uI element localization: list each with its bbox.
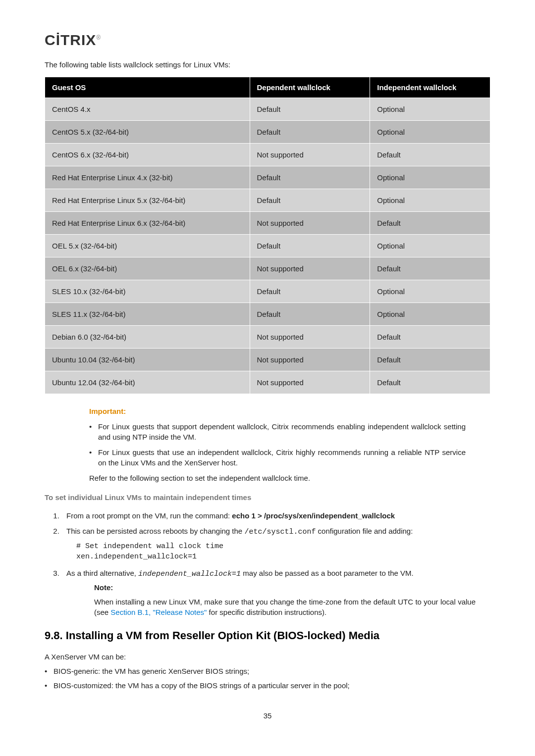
note-block: Note: When installing a new Linux VM, ma… <box>66 582 490 617</box>
step-3-param: independent_wallclock=1 <box>138 570 241 578</box>
cell-ind: Optional <box>370 98 490 121</box>
cell-os: Red Hat Enterprise Linux 5.x (32-/64-bit… <box>45 189 250 212</box>
cell-ind: Default <box>370 326 490 349</box>
important-item: For Linux guests that use an independent… <box>89 447 466 468</box>
cell-dep: Not supported <box>250 371 370 394</box>
steps-list: From a root prompt on the VM, run the co… <box>45 510 490 617</box>
step-2: This can be persisted across reboots by … <box>61 526 490 562</box>
cell-os: SLES 11.x (32-/64-bit) <box>45 303 250 326</box>
cell-dep: Not supported <box>250 144 370 166</box>
cell-os: SLES 10.x (32-/64-bit) <box>45 280 250 303</box>
note-post: for specific distribution instructions). <box>207 608 326 616</box>
step-2-file: /etc/sysctl.conf <box>244 528 316 536</box>
body-list: BIOS-generic: the VM has generic XenServ… <box>45 666 490 691</box>
table-row: SLES 11.x (32-/64-bit)DefaultOptional <box>45 303 490 326</box>
step-2-code: # Set independent wall clock time xen.in… <box>76 541 490 562</box>
th-guest-os: Guest OS <box>45 77 250 98</box>
cell-os: Red Hat Enterprise Linux 6.x (32-/64-bit… <box>45 212 250 235</box>
cell-ind: Optional <box>370 303 490 326</box>
cell-os: Debian 6.0 (32-/64-bit) <box>45 326 250 349</box>
table-row: CentOS 5.x (32-/64-bit)DefaultOptional <box>45 121 490 144</box>
body-item: BIOS-generic: the VM has generic XenServ… <box>45 666 490 676</box>
table-row: Ubuntu 10.04 (32-/64-bit)Not supportedDe… <box>45 349 490 371</box>
cell-dep: Default <box>250 235 370 257</box>
important-block: Important: For Linux guests that support… <box>45 406 490 483</box>
cell-ind: Default <box>370 144 490 166</box>
step-2-post: configuration file and adding: <box>316 527 413 535</box>
section-title: 9.8. Installing a VM from Reseller Optio… <box>45 628 490 644</box>
cell-os: Ubuntu 10.04 (32-/64-bit) <box>45 349 250 371</box>
cell-os: CentOS 4.x <box>45 98 250 121</box>
step-1-cmd: echo 1 > /proc/sys/xen/independent_wallc… <box>232 511 395 520</box>
table-row: CentOS 4.xDefaultOptional <box>45 98 490 121</box>
step-3: As a third alternative, independent_wall… <box>61 568 490 617</box>
note-link[interactable]: Section B.1, "Release Notes" <box>110 608 207 616</box>
cell-os: OEL 6.x (32-/64-bit) <box>45 257 250 280</box>
table-row: Red Hat Enterprise Linux 4.x (32-bit)Def… <box>45 166 490 189</box>
body-item: BIOS-customized: the VM has a copy of th… <box>45 680 490 691</box>
cell-ind: Default <box>370 349 490 371</box>
cell-ind: Default <box>370 212 490 235</box>
table-row: Debian 6.0 (32-/64-bit)Not supportedDefa… <box>45 326 490 349</box>
page-number: 35 <box>45 710 490 721</box>
wallclock-table: Guest OS Dependent wallclock Independent… <box>45 77 490 394</box>
subheading: To set individual Linux VMs to maintain … <box>45 492 490 503</box>
cell-dep: Default <box>250 98 370 121</box>
table-row: SLES 10.x (32-/64-bit)DefaultOptional <box>45 280 490 303</box>
cell-os: Red Hat Enterprise Linux 4.x (32-bit) <box>45 166 250 189</box>
cell-dep: Default <box>250 189 370 212</box>
body-intro: A XenServer VM can be: <box>45 652 490 662</box>
logo: CİTRIX® <box>45 30 490 50</box>
cell-ind: Optional <box>370 280 490 303</box>
important-item: For Linux guests that support dependent … <box>89 421 466 442</box>
cell-ind: Optional <box>370 166 490 189</box>
cell-dep: Default <box>250 303 370 326</box>
cell-ind: Optional <box>370 189 490 212</box>
table-row: OEL 6.x (32-/64-bit)Not supportedDefault <box>45 257 490 280</box>
table-row: Red Hat Enterprise Linux 6.x (32-/64-bit… <box>45 212 490 235</box>
cell-dep: Default <box>250 166 370 189</box>
cell-dep: Not supported <box>250 349 370 371</box>
intro-text: The following table lists wallclock sett… <box>45 59 490 70</box>
step-2-pre: This can be persisted across reboots by … <box>66 527 244 535</box>
step-3-pre: As a third alternative, <box>66 569 138 577</box>
cell-ind: Default <box>370 371 490 394</box>
cell-dep: Not supported <box>250 257 370 280</box>
cell-ind: Optional <box>370 121 490 144</box>
cell-os: CentOS 5.x (32-/64-bit) <box>45 121 250 144</box>
cell-dep: Not supported <box>250 212 370 235</box>
table-row: CentOS 6.x (32-/64-bit)Not supportedDefa… <box>45 144 490 166</box>
logo-text: CİTRIX <box>45 32 96 48</box>
cell-os: Ubuntu 12.04 (32-/64-bit) <box>45 371 250 394</box>
important-label: Important: <box>89 406 466 416</box>
step-3-post: may also be passed as a boot parameter t… <box>241 569 414 577</box>
important-refer: Refer to the following section to set th… <box>89 473 466 483</box>
cell-dep: Not supported <box>250 326 370 349</box>
table-row: OEL 5.x (32-/64-bit)DefaultOptional <box>45 235 490 257</box>
cell-ind: Default <box>370 257 490 280</box>
cell-dep: Default <box>250 121 370 144</box>
cell-ind: Optional <box>370 235 490 257</box>
cell-dep: Default <box>250 280 370 303</box>
note-label: Note: <box>94 582 476 593</box>
table-row: Red Hat Enterprise Linux 5.x (32-/64-bit… <box>45 189 490 212</box>
th-independent: Independent wallclock <box>370 77 490 98</box>
cell-os: CentOS 6.x (32-/64-bit) <box>45 144 250 166</box>
cell-os: OEL 5.x (32-/64-bit) <box>45 235 250 257</box>
step-1: From a root prompt on the VM, run the co… <box>61 510 490 521</box>
step-1-pre: From a root prompt on the VM, run the co… <box>66 511 232 520</box>
logo-reg: ® <box>96 34 101 41</box>
th-dependent: Dependent wallclock <box>250 77 370 98</box>
table-row: Ubuntu 12.04 (32-/64-bit)Not supportedDe… <box>45 371 490 394</box>
note-text: When installing a new Linux VM, make sur… <box>94 597 476 617</box>
